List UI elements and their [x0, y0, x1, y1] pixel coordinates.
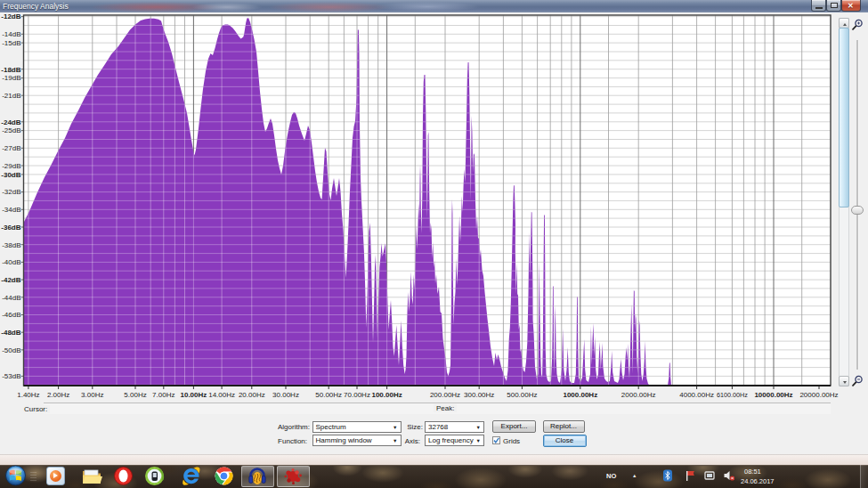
- svg-text:-46dB: -46dB: [2, 311, 20, 319]
- svg-text:-40dB: -40dB: [2, 258, 20, 266]
- svg-text:1000.00Hz: 1000.00Hz: [563, 391, 597, 399]
- svg-text:2.00Hz: 2.00Hz: [47, 391, 69, 399]
- svg-text:-14dB: -14dB: [2, 30, 20, 38]
- svg-text:-24dB: -24dB: [1, 118, 20, 126]
- svg-text:-29dB: -29dB: [2, 162, 20, 170]
- svg-text:-15dB: -15dB: [2, 39, 20, 47]
- svg-text:-42dB: -42dB: [1, 276, 20, 284]
- svg-text:30.00Hz: 30.00Hz: [272, 391, 299, 399]
- svg-text:-36dB: -36dB: [1, 224, 20, 232]
- svg-text:10.00Hz: 10.00Hz: [181, 391, 207, 399]
- svg-text:-34dB: -34dB: [2, 206, 20, 214]
- svg-text:10000.00Hz: 10000.00Hz: [754, 391, 792, 399]
- svg-text:-38dB: -38dB: [2, 241, 20, 249]
- svg-text:-32dB: -32dB: [2, 188, 20, 196]
- svg-text:-30dB: -30dB: [1, 171, 20, 179]
- svg-text:6100.00Hz: 6100.00Hz: [717, 391, 748, 399]
- svg-text:5.00Hz: 5.00Hz: [124, 391, 146, 399]
- svg-text:100.00Hz: 100.00Hz: [371, 391, 402, 399]
- svg-text:300.00Hz: 300.00Hz: [464, 391, 494, 399]
- svg-text:-48dB: -48dB: [1, 329, 20, 337]
- svg-text:-19dB: -19dB: [2, 74, 20, 82]
- svg-text:-53dB: -53dB: [2, 372, 20, 380]
- svg-text:-18dB: -18dB: [1, 66, 20, 74]
- svg-text:-27dB: -27dB: [2, 144, 20, 152]
- svg-text:-12dB: -12dB: [1, 12, 20, 20]
- svg-text:500.00Hz: 500.00Hz: [507, 391, 537, 399]
- svg-text:-21dB: -21dB: [2, 92, 20, 100]
- svg-text:4000.00Hz: 4000.00Hz: [679, 391, 714, 399]
- svg-text:20.00Hz: 20.00Hz: [239, 391, 265, 399]
- svg-text:1.40Hz: 1.40Hz: [17, 391, 39, 399]
- svg-text:7.00Hz: 7.00Hz: [152, 391, 174, 399]
- svg-text:2000.00Hz: 2000.00Hz: [621, 391, 656, 399]
- svg-text:70.00Hz: 70.00Hz: [344, 391, 370, 399]
- svg-text:3.00Hz: 3.00Hz: [81, 391, 103, 399]
- svg-text:50.00Hz: 50.00Hz: [315, 391, 342, 399]
- svg-text:-50dB: -50dB: [2, 346, 20, 354]
- svg-text:14.00Hz: 14.00Hz: [208, 391, 235, 399]
- svg-text:20000.00Hz: 20000.00Hz: [799, 391, 838, 399]
- svg-text:-25dB: -25dB: [2, 126, 20, 134]
- svg-text:-44dB: -44dB: [2, 294, 20, 302]
- svg-text:200.00Hz: 200.00Hz: [430, 391, 460, 399]
